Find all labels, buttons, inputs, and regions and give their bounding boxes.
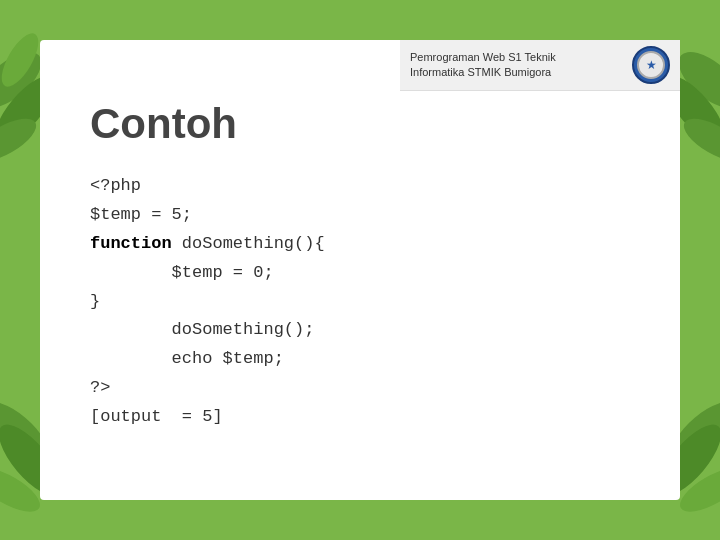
code-line-2: $temp = 5; xyxy=(90,201,630,230)
header-bar: Pemrograman Web S1 Teknik Informatika ST… xyxy=(400,40,680,91)
header-title: Pemrograman Web S1 Teknik Informatika ST… xyxy=(410,50,556,81)
slide-title: Contoh xyxy=(90,100,630,148)
svg-point-12 xyxy=(674,460,720,520)
svg-point-9 xyxy=(678,110,720,169)
code-line-3: function doSomething(){ xyxy=(90,230,630,259)
code-line-9: [output = 5] xyxy=(90,403,630,432)
code-line-1: <?php xyxy=(90,172,630,201)
slide-content: Contoh <?php $temp = 5; function doSomet… xyxy=(40,40,680,500)
slide: Pemrograman Web S1 Teknik Informatika ST… xyxy=(40,40,680,500)
code-line-8: ?> xyxy=(90,374,630,403)
code-line-6: doSomething(); xyxy=(90,316,630,345)
svg-point-3 xyxy=(0,28,45,92)
code-block: <?php $temp = 5; function doSomething(){… xyxy=(90,172,630,432)
logo-icon: ★ xyxy=(646,58,657,72)
logo: ★ xyxy=(632,46,670,84)
logo-inner: ★ xyxy=(637,51,665,79)
code-line-4: $temp = 0; xyxy=(90,259,630,288)
svg-point-2 xyxy=(0,110,42,169)
code-line-5: } xyxy=(90,288,630,317)
code-line-7: echo $temp; xyxy=(90,345,630,374)
